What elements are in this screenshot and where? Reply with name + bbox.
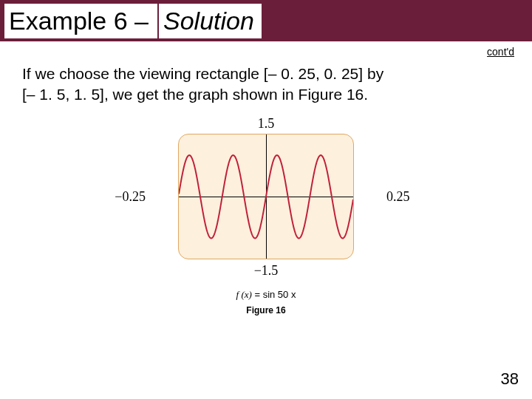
title-solution: Solution [159,4,262,38]
title-example: Example 6 – [4,4,157,38]
function-rest: = sin 50 x [252,289,296,300]
body-line-1: If we choose the viewing rectangle [– 0.… [22,64,510,84]
plot-box [178,134,354,259]
body-line-2: [– 1. 5, 1. 5], we get the graph shown i… [22,84,510,105]
figure-caption: Figure 16 [246,305,285,316]
function-fx: f (x) [236,289,252,300]
continued-label: cont'd [487,46,514,58]
y-tick-bottom: −1.5 [254,263,279,279]
sine-curve [179,134,353,259]
figure: 1.5 −1.5 −0.25 0.25 f (x) = sin 50 x Fig… [0,119,532,316]
title-bar: Example 6 – Solution [0,0,532,41]
function-label: f (x) = sin 50 x [236,289,296,301]
x-tick-right: 0.25 [386,188,410,204]
x-tick-left: −0.25 [115,188,146,204]
page-number: 38 [501,369,519,389]
chart: 1.5 −1.5 −0.25 0.25 [151,119,381,274]
y-tick-top: 1.5 [258,116,275,132]
body-text: If we choose the viewing rectangle [– 0.… [0,41,532,106]
